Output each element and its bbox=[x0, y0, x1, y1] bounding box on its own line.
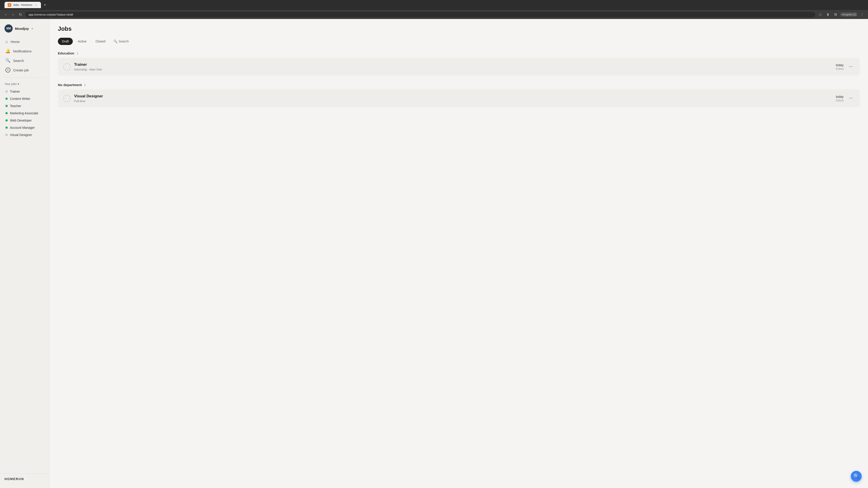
job-card-meta: today Edited bbox=[836, 63, 844, 70]
active-dot-icon bbox=[5, 127, 8, 129]
filter-tab-closed[interactable]: Closed bbox=[91, 38, 110, 45]
url-text: app.homerun.co/jobs?status=draft bbox=[29, 13, 73, 16]
sidebar-item-label: Home bbox=[11, 40, 20, 43]
job-card-more-button[interactable]: ··· bbox=[847, 63, 855, 70]
back-button[interactable]: ‹ bbox=[3, 11, 9, 18]
sidebar-item-label: Search bbox=[13, 59, 24, 63]
sidebar: MM Moodjoy ▾ ⌂ Home 🔔 Notifications 🔍 Se… bbox=[0, 19, 50, 488]
search-icon: 🔍 bbox=[114, 39, 117, 43]
job-card-meta: today Edited bbox=[836, 95, 844, 102]
sidebar-item-create-job[interactable]: + Create job bbox=[3, 65, 47, 75]
download-button[interactable]: ⬇ bbox=[825, 11, 831, 18]
plus-icon: + bbox=[5, 68, 10, 72]
search-chat-icon: 🔍 bbox=[853, 473, 860, 479]
draft-dot-icon bbox=[5, 90, 8, 93]
sidebar-job-item[interactable]: Web Developer bbox=[3, 117, 47, 124]
sidebar-item-notifications[interactable]: 🔔 Notifications bbox=[3, 46, 47, 56]
sidebar-item-label: Notifications bbox=[13, 49, 32, 53]
job-card-subtitle: Internship · New York bbox=[74, 68, 836, 71]
new-tab-button[interactable]: + bbox=[42, 2, 48, 8]
active-dot-icon bbox=[5, 98, 8, 100]
job-card-title: Visual Designer bbox=[74, 94, 836, 98]
main-content: Jobs Draft Active Closed 🔍 Search Educat… bbox=[50, 19, 868, 488]
homerun-logo: HOMERUN bbox=[0, 473, 50, 484]
menu-button[interactable]: ⋮ bbox=[859, 11, 865, 18]
sidebar-nav: ⌂ Home 🔔 Notifications 🔍 Search + Create… bbox=[0, 36, 50, 76]
chat-fab-button[interactable]: 🔍 bbox=[851, 471, 862, 482]
sidebar-item-home[interactable]: ⌂ Home bbox=[3, 37, 47, 46]
section-title: No department bbox=[58, 83, 82, 87]
browser-actions: ☆ ⬇ ⧉ Incognito (2) ⋮ bbox=[817, 11, 865, 18]
active-dot-icon bbox=[5, 105, 8, 107]
job-card-info: Visual Designer Full-time bbox=[74, 94, 836, 103]
nav-buttons: ‹ › ↻ bbox=[3, 11, 24, 18]
section-title: Education bbox=[58, 51, 74, 55]
job-card-status: Edited bbox=[836, 99, 844, 102]
sidebar-job-item[interactable]: Trainer bbox=[3, 88, 47, 95]
job-card-date: today bbox=[836, 63, 844, 67]
job-item-label: Trainer bbox=[10, 90, 20, 93]
address-bar[interactable]: app.homerun.co/jobs?status=draft bbox=[25, 12, 815, 18]
extensions-button[interactable]: ⧉ bbox=[833, 11, 839, 18]
sidebar-job-item[interactable]: Account Manager bbox=[3, 124, 47, 131]
sidebar-divider bbox=[4, 77, 46, 78]
active-dot-icon bbox=[5, 112, 8, 114]
your-jobs-section: Your jobs ▾ bbox=[0, 79, 50, 87]
browser-tab-bar: H Jobs · Homerun × + bbox=[0, 0, 868, 10]
job-item-label: Account Manager bbox=[10, 126, 35, 129]
chevron-down-icon: ▾ bbox=[32, 27, 33, 30]
filter-search-label: Search bbox=[119, 39, 129, 43]
job-item-label: Teacher bbox=[10, 104, 21, 108]
sidebar-job-item[interactable]: Visual Designer bbox=[3, 131, 47, 138]
job-card-more-button[interactable]: ··· bbox=[847, 95, 855, 102]
job-card-status: Edited bbox=[836, 67, 844, 70]
address-bar-row: ‹ › ↻ app.homerun.co/jobs?status=draft ☆… bbox=[0, 10, 868, 19]
section-count: 1 bbox=[76, 51, 79, 55]
tab-bar: H Jobs · Homerun × + bbox=[4, 2, 48, 8]
home-icon: ⌂ bbox=[5, 39, 8, 44]
bell-icon: 🔔 bbox=[5, 48, 10, 54]
tab-title: Jobs · Homerun bbox=[13, 3, 32, 6]
chevron-down-icon: ▾ bbox=[18, 82, 19, 86]
job-card[interactable]: Visual Designer Full-time today Edited ·… bbox=[58, 90, 860, 107]
sidebar-job-item[interactable]: Marketing Associate bbox=[3, 109, 47, 117]
tab-close-button[interactable]: × bbox=[34, 3, 38, 7]
filter-tab-active[interactable]: Active bbox=[74, 38, 90, 45]
sidebar-header[interactable]: MM Moodjoy ▾ bbox=[0, 23, 50, 36]
sidebar-job-item[interactable]: Content Writer bbox=[3, 95, 47, 102]
search-icon: 🔍 bbox=[5, 58, 10, 63]
sidebar-item-search[interactable]: 🔍 Search bbox=[3, 56, 47, 65]
job-item-label: Visual Designer bbox=[10, 133, 32, 137]
job-card-subtitle: Full-time bbox=[74, 99, 836, 103]
bookmark-button[interactable]: ☆ bbox=[817, 11, 824, 18]
org-name: Moodjoy bbox=[15, 27, 29, 31]
reload-button[interactable]: ↻ bbox=[17, 11, 24, 18]
section-header: No department 1 bbox=[58, 83, 860, 87]
sidebar-item-label: Create job bbox=[13, 68, 29, 72]
job-card-info: Trainer Internship · New York bbox=[74, 62, 836, 71]
filter-tab-draft[interactable]: Draft bbox=[58, 38, 73, 45]
draft-status-icon bbox=[63, 95, 70, 102]
job-item-label: Content Writer bbox=[10, 97, 30, 101]
active-dot-icon bbox=[5, 119, 8, 122]
job-item-label: Marketing Associate bbox=[10, 111, 38, 115]
active-tab[interactable]: H Jobs · Homerun × bbox=[4, 2, 41, 8]
avatar: MM bbox=[4, 24, 13, 33]
no-department-section: No department 1 Visual Designer Full-tim… bbox=[58, 83, 860, 107]
app-container: MM Moodjoy ▾ ⌂ Home 🔔 Notifications 🔍 Se… bbox=[0, 19, 868, 488]
job-card-date: today bbox=[836, 95, 844, 98]
page-title: Jobs bbox=[58, 25, 860, 32]
your-jobs-label[interactable]: Your jobs ▾ bbox=[4, 82, 45, 86]
section-header: Education 1 bbox=[58, 51, 860, 55]
section-count: 1 bbox=[84, 83, 86, 87]
job-item-label: Web Developer bbox=[10, 119, 32, 122]
education-section: Education 1 Trainer Internship · New Yor… bbox=[58, 51, 860, 76]
filter-bar: Draft Active Closed 🔍 Search bbox=[58, 38, 860, 45]
sidebar-job-item[interactable]: Teacher bbox=[3, 102, 47, 109]
draft-dot-icon bbox=[5, 134, 8, 136]
draft-status-icon bbox=[63, 63, 70, 70]
filter-search-button[interactable]: 🔍 Search bbox=[110, 38, 132, 45]
incognito-badge: Incognito (2) bbox=[840, 12, 858, 17]
forward-button[interactable]: › bbox=[10, 11, 16, 18]
job-card[interactable]: Trainer Internship · New York today Edit… bbox=[58, 58, 860, 76]
